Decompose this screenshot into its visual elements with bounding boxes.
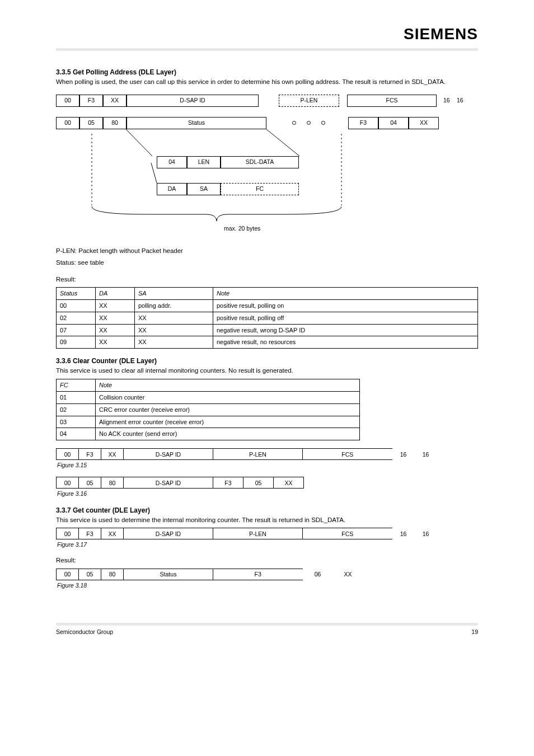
result-label: Result: bbox=[56, 275, 478, 284]
cell: SA bbox=[187, 183, 221, 195]
result-label: Result: bbox=[56, 556, 478, 565]
cell: 16 bbox=[457, 95, 474, 107]
fc-table: FC Note 01Collision counter 02CRC error … bbox=[56, 379, 360, 440]
dot-icon bbox=[292, 121, 296, 125]
brace-label: max. 20 bytes bbox=[224, 224, 260, 232]
figure-caption: Figure 3.17 bbox=[57, 541, 478, 548]
note: P-LEN: Packet length without Packet head… bbox=[56, 247, 478, 256]
page-footer: Semiconductor Group 19 bbox=[56, 628, 478, 636]
table-row: 09XXXXnegative result, no resources bbox=[57, 336, 478, 349]
row-diagram-3: 00 F3 XX D-SAP ID P-LEN FCS 16 16 bbox=[56, 528, 478, 539]
table-row: 02XXXXpositive result, polling off bbox=[57, 312, 478, 324]
row-diagram-4: 00 05 80 Status F3 06 XX bbox=[56, 569, 478, 580]
cell: 00 bbox=[56, 117, 79, 129]
cell: F3 bbox=[79, 95, 103, 107]
svg-line-0 bbox=[126, 129, 152, 156]
figure-caption: Figure 3.15 bbox=[57, 461, 478, 469]
table-row: 03Alignment error counter (receive error… bbox=[57, 416, 360, 428]
packet-diagram: 00 F3 XX D-SAP ID P-LEN FCS 16 16 00 05 … bbox=[56, 95, 478, 240]
th: SA bbox=[135, 288, 213, 300]
th: DA bbox=[96, 288, 135, 300]
brand-logo: SIEMENS bbox=[56, 24, 478, 48]
paragraph: This service is used to clear all intern… bbox=[56, 367, 478, 375]
table-row: 02CRC error counter (receive error) bbox=[57, 403, 360, 416]
cell: 16 bbox=[440, 95, 457, 107]
figure-caption: Figure 3.18 bbox=[57, 581, 478, 589]
paragraph: This service is used to determine the in… bbox=[56, 516, 478, 525]
section-title: 3.3.6 Clear Counter (DLE Layer) bbox=[56, 356, 478, 365]
footer-org: Semiconductor Group bbox=[56, 628, 113, 636]
th: Status bbox=[57, 288, 96, 300]
cell: 00 bbox=[56, 95, 79, 107]
th: Note bbox=[213, 288, 478, 300]
section-title: 3.3.5 Get Polling Address (DLE Layer) bbox=[56, 68, 478, 77]
status-table: Status DA SA Note 00XXpolling addr.posit… bbox=[56, 287, 478, 349]
cell: XX bbox=[103, 95, 127, 107]
cell: FCS bbox=[347, 95, 437, 107]
cell: F3 bbox=[348, 117, 378, 129]
cell: SDL-DATA bbox=[221, 156, 299, 168]
cell-dashed: FC bbox=[221, 183, 299, 195]
cell: XX bbox=[409, 117, 439, 129]
bottom-rule bbox=[56, 623, 478, 626]
th: Note bbox=[96, 379, 360, 391]
table-row: 04No ACK counter (send error) bbox=[57, 428, 360, 440]
cell: 04 bbox=[157, 156, 187, 168]
svg-line-1 bbox=[266, 129, 299, 156]
table-row: 07XXXXnegative result, wrong D-SAP ID bbox=[57, 324, 478, 336]
table-row: 01Collision counter bbox=[57, 391, 360, 403]
table-row: 00XXpolling addr.positive result, pollin… bbox=[57, 299, 478, 312]
dot-icon bbox=[307, 121, 311, 125]
top-rule bbox=[56, 48, 478, 51]
note: Status: see table bbox=[56, 259, 478, 267]
row-diagram-2: 00 05 80 D-SAP ID F3 05 XX bbox=[56, 477, 478, 489]
dot-icon bbox=[321, 121, 325, 125]
footer-page: 19 bbox=[471, 628, 478, 636]
row-diagram-1: 00 F3 XX D-SAP ID P-LEN FCS 16 16 bbox=[56, 448, 478, 460]
cell: D-SAP ID bbox=[127, 95, 259, 107]
cell: 80 bbox=[103, 117, 127, 129]
figure-caption: Figure 3.16 bbox=[57, 490, 478, 497]
cell: DA bbox=[157, 183, 187, 195]
th: FC bbox=[57, 379, 96, 391]
cell-dashed: P-LEN bbox=[279, 95, 339, 107]
cell: 04 bbox=[378, 117, 409, 129]
svg-line-2 bbox=[151, 163, 157, 183]
paragraph: When polling is used, the user can call … bbox=[56, 78, 478, 87]
cell: Status bbox=[127, 117, 266, 129]
cell: LEN bbox=[187, 156, 221, 168]
section-title: 3.3.7 Get counter (DLE Layer) bbox=[56, 506, 478, 515]
cell: 05 bbox=[79, 117, 103, 129]
